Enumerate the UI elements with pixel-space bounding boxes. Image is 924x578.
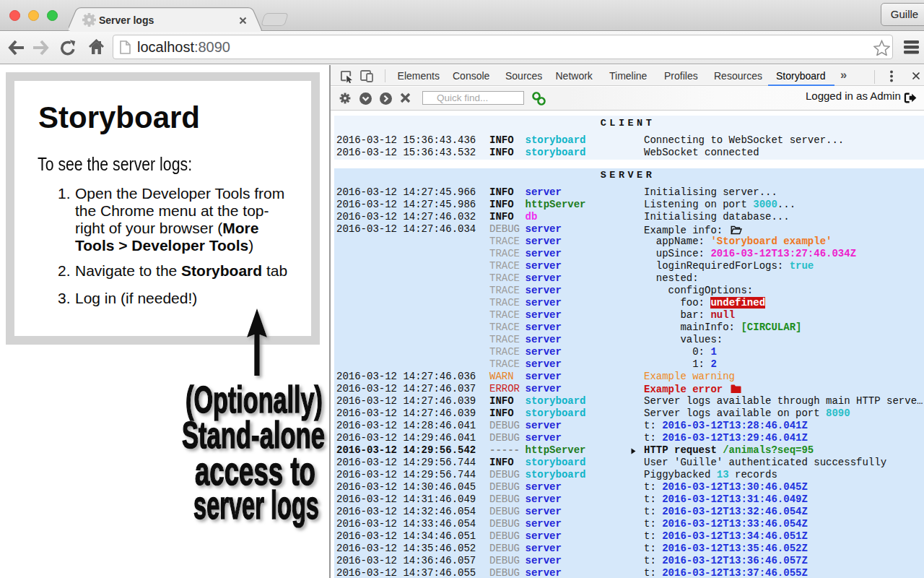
svg-text:server logs: server logs [193, 483, 319, 527]
